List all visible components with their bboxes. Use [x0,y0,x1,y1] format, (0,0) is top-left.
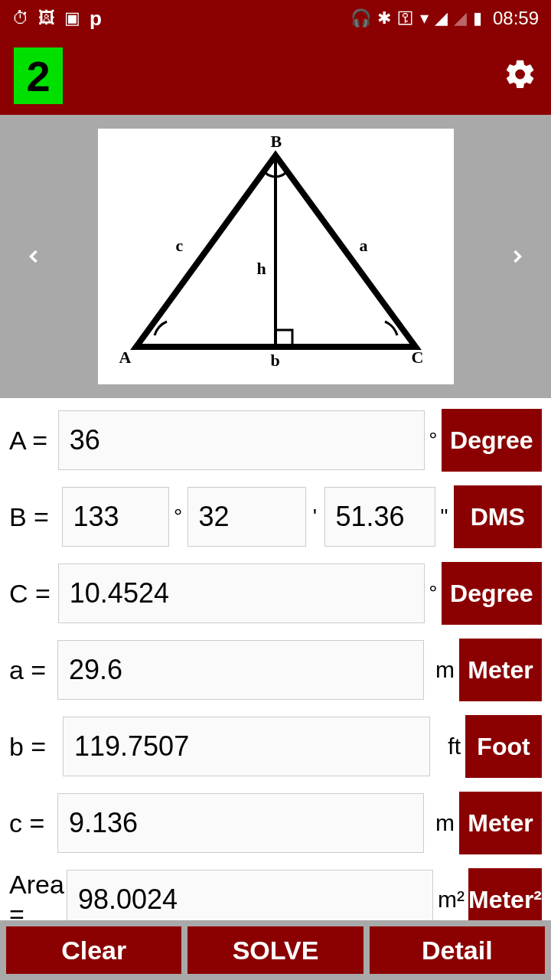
unit-symbol-area: m² [438,887,464,913]
signal2-icon: ◢ [454,8,467,28]
input-side-c[interactable] [57,793,424,853]
chevron-right-icon [507,246,528,267]
input-b-degrees[interactable] [62,487,169,547]
image-icon: 🖼 [38,8,55,28]
row-side-c: c = m Meter [9,792,542,854]
row-angle-a: A = ° Degree [9,409,542,472]
row-area: Area = m² Meter² [9,868,542,920]
next-button[interactable] [499,238,536,275]
vertex-a-label: A [119,348,132,368]
label-area: Area = [9,870,67,920]
status-bar: ⏱ 🖼 ▣ p 🎧 ✱ ⚿ ▾ ◢ ◢ ▮ 08:59 [0,0,551,37]
input-side-b[interactable] [63,717,430,776]
side-c-label: c [176,236,184,256]
label-side-b: b = [9,732,63,762]
dms-min-symbol: ' [306,505,324,529]
key-icon: ⚿ [397,8,414,28]
row-angle-c: C = ° Degree [9,562,542,625]
label-side-a: a = [9,655,57,685]
side-a-label: a [360,236,368,256]
clock: 08:59 [493,8,539,29]
headphones-icon: 🎧 [350,8,371,28]
signal-icon: ◢ [435,8,448,28]
status-left-icons: ⏱ 🖼 ▣ p [12,7,102,31]
radio-icon: ▣ [64,8,80,28]
diagram-area: B A C c a b h [0,115,551,398]
detail-button[interactable]: Detail [370,926,545,974]
row-side-b: b = ft Foot [9,715,542,778]
form: A = ° Degree B = ° ' " DMS C = ° Degree … [0,398,551,920]
clear-button[interactable]: Clear [6,926,181,974]
row-side-a: a = m Meter [9,639,542,701]
bluetooth-icon: ✱ [377,8,391,28]
unit-button-b[interactable]: DMS [454,485,542,548]
input-side-a[interactable] [57,640,424,700]
status-right-icons: 🎧 ✱ ⚿ ▾ ◢ ◢ ▮ 08:59 [350,8,539,29]
input-angle-c[interactable] [58,564,425,623]
unit-button-area[interactable]: Meter² [468,868,542,920]
unit-button-c[interactable]: Degree [442,562,542,625]
label-c: C = [9,579,58,609]
vertex-c-label: C [412,348,424,368]
unit-button-side-a[interactable]: Meter [459,639,542,701]
app-bar: 2 [0,37,551,115]
unit-symbol-c: m [429,810,455,836]
app-badge: 2 [14,47,63,104]
degree-symbol-a: ° [425,428,442,452]
input-area[interactable] [67,870,433,920]
input-b-seconds[interactable] [324,487,435,547]
unit-symbol-b: ft [435,733,461,760]
chevron-left-icon [23,246,44,267]
triangle-diagram: B A C c a b h [98,129,454,384]
label-b: B = [9,502,62,532]
side-b-label: b [271,351,280,371]
prev-button[interactable] [15,238,52,275]
unit-button-side-b[interactable]: Foot [465,715,542,778]
row-angle-b: B = ° ' " DMS [9,485,542,548]
label-side-c: c = [9,808,57,838]
bottom-bar: Clear SOLVE Detail [0,920,551,980]
solve-button[interactable]: SOLVE [187,926,363,974]
unit-button-a[interactable]: Degree [442,409,542,472]
wifi-icon: ▾ [420,8,429,28]
dms-sec-symbol: " [435,505,454,529]
height-label: h [257,259,266,279]
timer-icon: ⏱ [12,8,29,28]
input-b-minutes[interactable] [187,487,306,547]
unit-symbol-a: m [429,657,455,683]
dms-deg-symbol: ° [169,505,187,529]
battery-icon: ▮ [473,8,482,28]
unit-button-side-c[interactable]: Meter [459,792,542,854]
input-angle-a[interactable] [58,410,425,470]
label-a: A = [9,426,58,456]
degree-symbol-c: ° [425,581,442,606]
gear-icon [504,57,537,91]
vertex-b-label: B [271,132,282,152]
settings-button[interactable] [504,57,537,94]
p-icon: p [90,7,102,31]
